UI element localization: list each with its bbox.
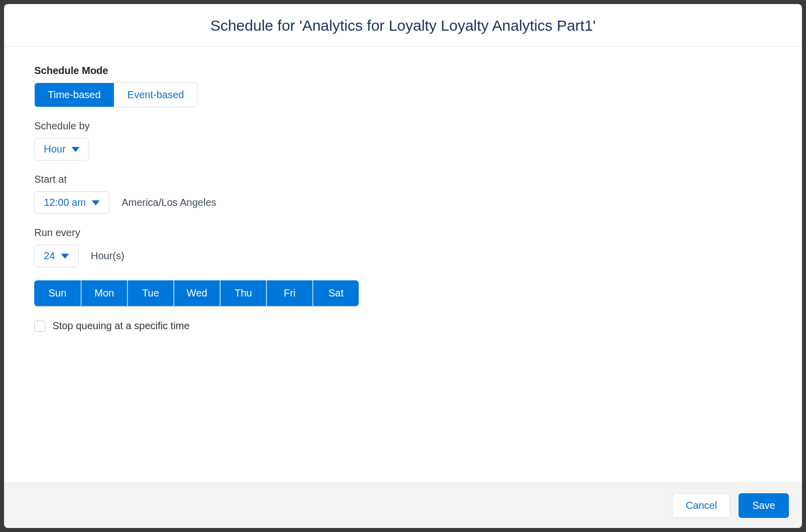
start-at-select[interactable]: 12:00 am	[34, 191, 109, 214]
day-thu-button[interactable]: Thu	[220, 280, 266, 306]
modal-footer: Cancel Save	[4, 483, 802, 528]
timezone-label: America/Los Angeles	[121, 197, 216, 208]
start-at-field: Start at 12:00 am America/Los Angeles	[34, 174, 772, 214]
cancel-button[interactable]: Cancel	[672, 493, 730, 518]
start-at-value: 12:00 am	[44, 197, 86, 208]
day-sun-button[interactable]: Sun	[34, 280, 81, 306]
day-wed-button[interactable]: Wed	[173, 280, 220, 306]
schedule-by-field: Schedule by Hour	[34, 120, 772, 161]
days-field: Sun Mon Tue Wed Thu Fri Sat	[34, 280, 772, 306]
modal-body: Schedule Mode Time-based Event-based Sch…	[4, 47, 802, 483]
chevron-down-icon	[72, 147, 80, 152]
schedule-mode-field: Schedule Mode Time-based Event-based	[34, 65, 772, 107]
day-group: Sun Mon Tue Wed Thu Fri Sat	[34, 280, 359, 306]
svg-marker-0	[72, 147, 80, 152]
svg-marker-1	[92, 200, 100, 205]
day-mon-button[interactable]: Mon	[81, 280, 127, 306]
run-every-field: Run every 24 Hour(s)	[34, 227, 772, 267]
run-every-value: 24	[44, 250, 55, 262]
modal-header: Schedule for 'Analytics for Loyalty Loya…	[4, 4, 802, 47]
schedule-by-value: Hour	[44, 143, 65, 155]
chevron-down-icon	[61, 254, 69, 259]
schedule-by-select[interactable]: Hour	[34, 138, 89, 161]
stop-queue-checkbox[interactable]	[34, 321, 45, 332]
save-button[interactable]: Save	[738, 493, 789, 518]
svg-marker-2	[61, 254, 69, 259]
start-at-label: Start at	[34, 174, 772, 185]
schedule-mode-label: Schedule Mode	[34, 65, 772, 77]
day-sat-button[interactable]: Sat	[312, 280, 359, 306]
schedule-modal: Schedule for 'Analytics for Loyalty Loya…	[4, 4, 802, 528]
schedule-mode-group: Time-based Event-based	[34, 83, 197, 107]
stop-queue-row: Stop queuing at a specific time	[34, 320, 772, 332]
modal-title: Schedule for 'Analytics for Loyalty Loya…	[14, 17, 792, 34]
schedule-mode-time-button[interactable]: Time-based	[35, 83, 114, 107]
run-every-unit: Hour(s)	[91, 250, 124, 262]
day-fri-button[interactable]: Fri	[266, 280, 312, 306]
day-tue-button[interactable]: Tue	[127, 280, 173, 306]
schedule-mode-event-button[interactable]: Event-based	[114, 83, 197, 107]
chevron-down-icon	[92, 200, 100, 205]
run-every-select[interactable]: 24	[34, 245, 79, 267]
stop-queue-label: Stop queuing at a specific time	[52, 320, 189, 332]
schedule-by-label: Schedule by	[34, 120, 772, 132]
run-every-label: Run every	[34, 227, 772, 239]
